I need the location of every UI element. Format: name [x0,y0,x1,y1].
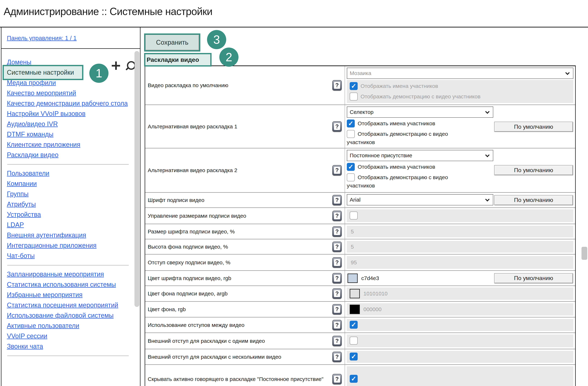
help-icon[interactable]: ? [332,320,342,330]
table-row: Альтернативная видео раскладка 1?Селекто… [145,105,575,148]
checkbox-option: Отображать демонстрацию с видео участник… [347,173,462,190]
setting-label: Размер шрифта подписи видео, % [148,228,332,235]
annotation-box-save: Сохранить [144,33,200,52]
help-icon[interactable]: ? [332,242,342,252]
control-panel-link[interactable]: Панель управления: 1 / 1 [7,35,77,41]
sidebar-item[interactable]: Качество мероприятий [7,90,132,97]
checkbox-unchecked[interactable] [347,130,355,138]
question-mark: ? [334,338,340,345]
sidebar-item[interactable]: Компании [7,180,132,187]
settings-table: Видео раскладка по умолчанию?МозаикаОтоб… [145,65,576,386]
sidebar-item[interactable]: Избранные мероприятия [7,291,132,298]
help-icon[interactable]: ? [332,80,342,91]
setting-label-cell: Шрифт подписи видео? [145,193,345,207]
setting-label-cell: Цвет шрифта подписи видео, rgb? [145,271,345,285]
sidebar-item[interactable]: Интеграционные приложения [7,242,132,249]
help-icon[interactable]: ? [332,211,342,221]
add-icon[interactable] [111,61,120,70]
checkbox-unchecked[interactable] [347,173,355,181]
dropdown-select[interactable]: Селектор [347,106,493,118]
help-icon[interactable]: ? [332,288,342,299]
table-row: Цвет шрифта подписи видео, rgb?c7d4e3По … [145,271,575,286]
setting-label-cell: Скрывать активно говорящего в раскладке … [145,365,345,386]
help-icon[interactable]: ? [332,273,342,284]
sidebar-item[interactable]: Раскладки видео [7,151,132,158]
color-field: 10101010 [347,287,573,300]
sidebar-item[interactable]: Группы [7,191,132,197]
checkbox-checked[interactable] [350,82,358,90]
sidebar-item[interactable]: LDAP [7,222,132,228]
sidebar-item[interactable]: Пользователи [7,170,132,177]
sidebar-item[interactable]: Статистика использования системы [7,281,132,288]
setting-control-cell: 10101010 [345,286,575,301]
checkbox-checked[interactable] [350,353,358,361]
question-mark: ? [334,197,340,203]
sidebar-item[interactable]: Активные пользователи [7,322,132,329]
dropdown-select[interactable]: Постоянное присутствие [347,150,493,161]
table-row: Скрывать активно говорящего в раскладке … [145,365,575,386]
sidebar-item[interactable]: Статистика посещения мероприятий [7,302,132,309]
table-row: Цвет фона подписи видео, argb?10101010 [145,286,575,302]
checkbox-label: Отображать имена участников [360,83,438,89]
sidebar-item[interactable]: Чат-боты [7,252,132,259]
sidebar-item[interactable]: Медиа профили [7,79,132,86]
sidebar-item[interactable]: DTMF команды [7,131,132,138]
checkbox-checked[interactable] [347,163,355,171]
checkbox-unchecked[interactable] [350,337,358,345]
help-icon[interactable]: ? [332,226,342,237]
help-icon[interactable]: ? [332,352,342,362]
default-button[interactable]: По умолчанию [494,273,573,283]
color-value: 000000 [363,306,381,312]
sidebar-item[interactable]: Внешняя аутентификация [7,232,132,239]
color-swatch[interactable] [350,305,360,314]
setting-label: Высота фона подписи видео, % [148,243,332,250]
checkbox-unchecked[interactable] [350,93,358,101]
color-swatch[interactable] [350,289,360,298]
dropdown-select[interactable]: Мозаика [347,68,573,79]
setting-control-cell: СелекторОтображать имена участниковОтобр… [345,105,575,148]
annotation-rect [2,65,83,80]
dropdown-value: Постоянное присутствие [350,152,412,159]
checkbox-checked[interactable] [350,321,358,329]
help-icon[interactable]: ? [332,304,342,315]
sidebar-scrollbar[interactable] [135,51,139,307]
sidebar-item[interactable]: Звонки чата [7,343,132,350]
sidebar-item[interactable]: Аудио/видео IVR [7,121,132,127]
sidebar-item[interactable]: Использование файловой системы [7,312,132,319]
setting-control-cell: 000000 [345,302,575,317]
checkbox-unchecked[interactable] [350,212,358,220]
sidebar-item[interactable]: Качество демонстрации рабочего стола [7,100,132,107]
sidebar-item-selected[interactable]: Системные настройки1 [7,69,132,76]
setting-control-cell: Постоянное присутствиеОтображать имена у… [345,148,575,192]
sidebar-item[interactable]: Устройства [7,211,132,218]
color-field: 000000 [347,303,573,315]
setting-control-cell: 95 [345,255,575,270]
help-icon[interactable]: ? [332,336,342,346]
sidebar-item[interactable]: Настройки VVoIP вызовов [7,110,132,117]
sidebar-item[interactable]: Запланированные мероприятия [7,271,132,278]
sidebar-item[interactable]: Клиентские приложения [7,141,132,148]
dropdown-value: Arial [350,197,360,203]
default-button[interactable]: По умолчанию [494,122,573,132]
checkbox-checked[interactable] [347,120,355,127]
help-icon[interactable]: ? [332,121,342,132]
help-icon[interactable]: ? [332,257,342,268]
page-scrollbar-thumb[interactable] [582,247,587,260]
help-icon[interactable]: ? [332,374,342,384]
setting-label: Скрывать активно говорящего в раскладке … [148,376,332,383]
control-field-area [347,209,573,222]
sidebar-item[interactable]: VVoIP сессии [7,333,132,340]
setting-label-cell: Альтернативная видео раскладка 1? [145,105,345,148]
sidebar-item[interactable]: Атрибуты [7,201,132,208]
setting-label-cell: Внешний отступ для раскладки с одним вид… [145,333,345,349]
control-field-area: 5 [347,226,573,237]
dropdown-select[interactable]: Arial [347,194,493,205]
table-row: Внешний отступ для раскладки с нескольки… [145,349,575,365]
default-button[interactable]: По умолчанию [494,195,573,205]
color-swatch[interactable] [348,274,358,283]
help-icon[interactable]: ? [332,195,342,205]
help-icon[interactable]: ? [332,165,342,176]
default-button[interactable]: По умолчанию [494,165,573,175]
checkbox-checked[interactable] [350,375,358,383]
save-button[interactable]: Сохранить [145,35,199,50]
